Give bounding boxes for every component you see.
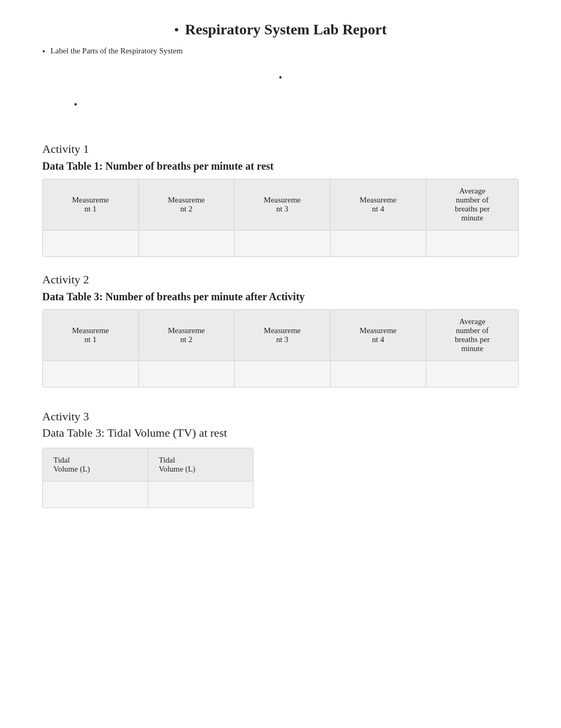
activity1-heading: Activity 1	[42, 142, 519, 156]
activity3-col1-header: TidalVolume (L)	[43, 448, 148, 481]
activity2-data-row	[43, 361, 519, 388]
subtitle-label: Label the Parts of the Respiratory Syste…	[42, 47, 519, 57]
activity1-col2-header: Measurement 2	[138, 179, 235, 231]
activity2-table: Measurement 1 Measurement 2 Measurement …	[42, 309, 519, 388]
page-title: Respiratory System Lab Report	[42, 21, 519, 38]
activity1-col1-header: Measurement 1	[43, 179, 139, 231]
activity1-cell-2[interactable]	[138, 231, 235, 257]
activity2-col1-header: Measurement 1	[43, 310, 139, 361]
activity3-section: Activity 3 Data Table 3: Tidal Volume (T…	[42, 409, 519, 508]
activity3-cell-1[interactable]	[43, 481, 148, 508]
activity3-data-row	[43, 481, 254, 508]
activity1-table: Measurement 1 Measurement 2 Measurement …	[42, 179, 519, 257]
activity2-cell-2[interactable]	[138, 361, 235, 388]
activity3-cell-2[interactable]	[148, 481, 254, 508]
centered-bullet: •	[42, 72, 519, 84]
activity1-table-title: Data Table 1: Number of breaths per minu…	[42, 160, 519, 172]
activity2-table-title: Data Table 3: Number of breaths per minu…	[42, 291, 519, 303]
activity2-cell-1[interactable]	[43, 361, 139, 388]
activity3-table: TidalVolume (L) TidalVolume (L)	[42, 448, 254, 508]
activity1-cell-4[interactable]	[330, 231, 426, 257]
activity2-cell-4[interactable]	[330, 361, 426, 388]
activity2-col4-header: Measurement 4	[330, 310, 426, 361]
activity1-cell-5[interactable]	[426, 231, 519, 257]
activity1-data-row	[43, 231, 519, 257]
activity2-cell-5[interactable]	[426, 361, 519, 388]
activity2-cell-3[interactable]	[235, 361, 331, 388]
activity2-heading: Activity 2	[42, 273, 519, 287]
activity3-col2-header: TidalVolume (L)	[148, 448, 254, 481]
activity3-heading: Activity 3 Data Table 3: Tidal Volume (T…	[42, 409, 519, 441]
activity1-cell-3[interactable]	[235, 231, 331, 257]
activity1-col4-header: Measurement 4	[330, 179, 426, 231]
activity2-col3-header: Measurement 3	[235, 310, 331, 361]
activity1-col5-header: Averagenumber ofbreaths perminute	[426, 179, 519, 231]
activity2-col5-header: Averagenumber ofbreaths perminute	[426, 310, 519, 361]
activity1-col3-header: Measurement 3	[235, 179, 331, 231]
activity2-col2-header: Measurement 2	[138, 310, 235, 361]
activity1-cell-1[interactable]	[43, 231, 139, 257]
lone-bullet: •	[74, 99, 519, 110]
